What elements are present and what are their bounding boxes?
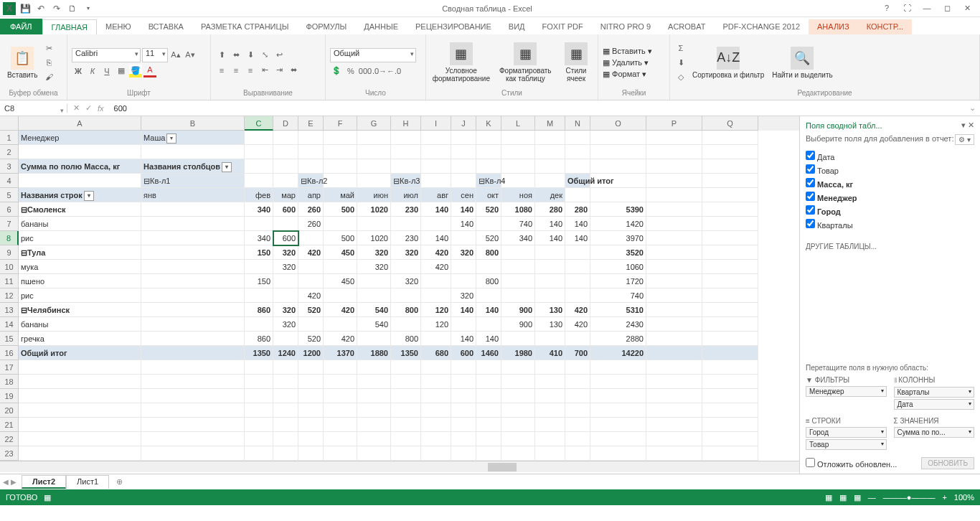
cell[interactable]	[646, 303, 702, 317]
cell[interactable]	[324, 360, 357, 375]
cell[interactable]: май	[324, 188, 357, 202]
cell[interactable]	[421, 403, 451, 418]
merge-icon[interactable]: ⬌	[287, 64, 300, 77]
cell[interactable]: 1240	[273, 346, 298, 360]
underline-button[interactable]: Ч	[100, 65, 113, 78]
cell[interactable]	[535, 131, 565, 145]
cell[interactable]	[501, 403, 535, 418]
cell[interactable]: 1020	[357, 231, 391, 245]
cell[interactable]	[421, 375, 451, 389]
cell[interactable]	[245, 260, 273, 274]
cell[interactable]	[702, 389, 758, 403]
cell[interactable]	[565, 446, 590, 461]
cell[interactable]: апр	[298, 188, 324, 202]
cell[interactable]	[590, 403, 646, 418]
cell[interactable]	[476, 217, 501, 231]
row-header[interactable]: 8	[0, 231, 19, 245]
cell[interactable]	[646, 288, 702, 303]
cell[interactable]	[476, 131, 501, 145]
cell[interactable]	[298, 446, 324, 461]
cell[interactable]: 860	[245, 332, 273, 346]
cell[interactable]	[646, 332, 702, 346]
cell[interactable]	[501, 159, 535, 174]
new-icon[interactable]: 🗋	[66, 2, 79, 15]
row-header[interactable]: 9	[0, 245, 19, 260]
row-header[interactable]: 3	[0, 159, 19, 174]
cell[interactable]: 1350	[245, 346, 273, 360]
cell[interactable]	[141, 389, 245, 403]
cell[interactable]	[141, 288, 245, 303]
cell[interactable]: 2880	[590, 332, 646, 346]
cell[interactable]	[141, 317, 245, 332]
cell[interactable]: 5390	[590, 202, 646, 217]
cell[interactable]	[141, 403, 245, 418]
cell[interactable]	[324, 432, 357, 446]
cell[interactable]	[19, 389, 141, 403]
save-icon[interactable]: 💾	[19, 2, 32, 15]
defer-checkbox[interactable]: Отложить обновлен...	[806, 458, 897, 469]
cell[interactable]	[391, 403, 421, 418]
cell[interactable]	[324, 174, 357, 188]
cell[interactable]	[245, 446, 273, 461]
cell[interactable]	[298, 317, 324, 332]
cell[interactable]	[324, 159, 357, 174]
cell[interactable]	[646, 403, 702, 418]
cell[interactable]	[646, 432, 702, 446]
cell[interactable]: 600	[273, 202, 298, 217]
cell[interactable]	[646, 131, 702, 145]
cell[interactable]	[421, 360, 451, 375]
cell[interactable]: 700	[565, 346, 590, 360]
cell[interactable]	[357, 389, 391, 403]
cell[interactable]: 320	[273, 245, 298, 260]
cell[interactable]	[324, 403, 357, 418]
cell[interactable]: 600	[451, 346, 476, 360]
cell[interactable]	[565, 260, 590, 274]
cell[interactable]	[357, 145, 391, 159]
cell[interactable]	[501, 332, 535, 346]
cell[interactable]: 320	[451, 288, 476, 303]
cell[interactable]: 120	[421, 303, 451, 317]
inc-decimal-icon[interactable]: .0→	[373, 65, 386, 78]
cell[interactable]	[298, 360, 324, 375]
cell[interactable]: 860	[245, 303, 273, 317]
cell[interactable]	[19, 145, 141, 159]
format-cells-button[interactable]: ▦ Формат ▾	[603, 70, 652, 79]
cell[interactable]	[421, 274, 451, 288]
cell[interactable]	[646, 418, 702, 432]
row-header[interactable]: 18	[0, 375, 19, 389]
cell[interactable]: 130	[535, 303, 565, 317]
tab-pdf-xchange 2012[interactable]: PDF-XChange 2012	[714, 19, 809, 34]
new-sheet-icon[interactable]: ⊕	[109, 477, 130, 487]
cell[interactable]	[141, 145, 245, 159]
cell[interactable]: 800	[476, 245, 501, 260]
shrink-font-icon[interactable]: A▾	[184, 49, 197, 62]
cell[interactable]	[245, 418, 273, 432]
filter-icon[interactable]: ▾	[84, 191, 94, 201]
cell[interactable]	[646, 389, 702, 403]
cell[interactable]: 140	[451, 303, 476, 317]
cell[interactable]	[421, 446, 451, 461]
cell[interactable]: 320	[357, 260, 391, 274]
cell[interactable]	[391, 375, 421, 389]
cell[interactable]	[590, 432, 646, 446]
close-icon[interactable]: ✕	[960, 4, 974, 13]
row-header[interactable]: 13	[0, 303, 19, 317]
cell[interactable]	[141, 360, 245, 375]
cell[interactable]	[298, 131, 324, 145]
col-header[interactable]: O	[590, 116, 646, 131]
cell[interactable]	[357, 332, 391, 346]
tab-acrobat[interactable]: ACROBAT	[659, 19, 714, 34]
tab-главная[interactable]: ГЛАВНАЯ	[42, 19, 97, 34]
cell[interactable]: авг	[421, 188, 451, 202]
cell[interactable]: 140	[535, 231, 565, 245]
cell[interactable]	[391, 389, 421, 403]
cell[interactable]	[590, 360, 646, 375]
cell[interactable]	[421, 288, 451, 303]
sort-filter-button[interactable]: A↓ZСортировка и фильтр	[689, 45, 767, 80]
view-normal-icon[interactable]: ▦	[825, 493, 832, 502]
cell[interactable]: ⊟Смоленск	[19, 202, 141, 217]
cell[interactable]: 140	[421, 231, 451, 245]
cell[interactable]: 450	[324, 274, 357, 288]
expand-formula-icon[interactable]: ⌄	[965, 103, 980, 113]
cell[interactable]	[141, 446, 245, 461]
